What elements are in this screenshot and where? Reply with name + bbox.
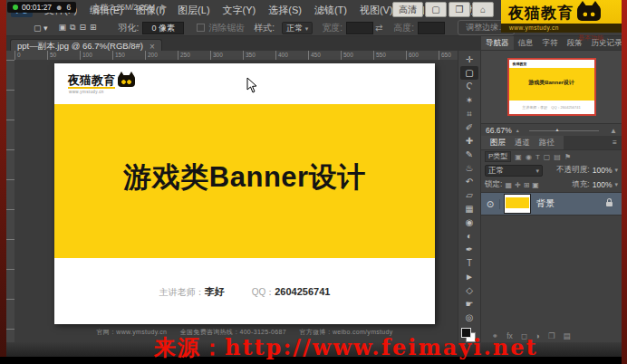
- panel-tab[interactable]: 通道: [510, 136, 535, 149]
- thumb-footer: 主讲老师：李好 QQ：2604256741: [509, 105, 594, 110]
- panel-tab[interactable]: 图层: [486, 136, 510, 149]
- zoom-in-mountain-icon[interactable]: ▲: [610, 127, 617, 135]
- ruler-tick: 50: [47, 51, 80, 60]
- navigator-footer: 66.67% ▲ ▲ ▲: [481, 123, 622, 137]
- selection-mode-icon[interactable]: ⊟: [79, 23, 86, 33]
- status-arrow-icon[interactable]: ▶: [161, 3, 167, 11]
- cat-icon: [577, 5, 601, 21]
- layer-name[interactable]: 背景: [536, 197, 606, 210]
- filter-icon[interactable]: ▢: [544, 153, 551, 161]
- ruler-tick: 300: [210, 51, 243, 60]
- tool-button[interactable]: ✐: [460, 120, 478, 134]
- tool-button[interactable]: ✎: [460, 148, 478, 161]
- selection-mode-icon[interactable]: ▣: [59, 23, 67, 33]
- lock-icon[interactable]: ✛: [515, 181, 521, 189]
- select-icon[interactable]: ▢: [425, 2, 447, 17]
- menu-item[interactable]: 选择(S): [262, 0, 308, 20]
- zoom-slider[interactable]: ▲: [524, 126, 606, 135]
- swap-dimensions-icon[interactable]: ⇄: [375, 23, 382, 33]
- viewer-person-icon: ☻: [55, 4, 63, 12]
- panel-tab[interactable]: 导航器: [481, 36, 514, 50]
- tools-panel: ✛▢Ϛ✶⌗✐✚✎♨↶▱▦◉◐✒T►◇☛◎: [458, 51, 481, 342]
- mouse-cursor: [246, 77, 257, 97]
- tool-button[interactable]: ▢: [460, 66, 478, 80]
- tool-button[interactable]: ▱: [460, 188, 478, 202]
- tool-button[interactable]: ✶: [460, 93, 478, 107]
- layers-panel: 图层通道路径 ≡ Ρ类型 ▣◉T▢▤⚑ 正常▾ 不透明度: 100% ▾ 锁定:…: [481, 136, 622, 342]
- filter-icon[interactable]: ▣: [515, 153, 522, 161]
- panel-tab[interactable]: 路径: [535, 136, 559, 149]
- style-select[interactable]: 正常 ▾: [282, 22, 313, 34]
- filter-icon[interactable]: ◉: [526, 153, 532, 161]
- tool-button[interactable]: ✛: [460, 53, 478, 66]
- ruler-tick: 0: [14, 51, 47, 60]
- zoom-level[interactable]: 66.67%: [486, 126, 512, 135]
- qq-label: QQ：: [252, 287, 275, 297]
- panel-tab[interactable]: 信息: [514, 36, 538, 50]
- blend-row: 正常▾ 不透明度: 100% ▾: [481, 163, 622, 177]
- brand-name: 夜猫教育: [508, 3, 574, 24]
- width-label: 宽度:: [322, 22, 342, 34]
- fill-value[interactable]: 100%: [593, 180, 613, 189]
- selection-mode-icon[interactable]: ⧉: [70, 23, 75, 33]
- tool-button[interactable]: ◐: [460, 229, 478, 243]
- ruler-tick: 150: [112, 51, 145, 60]
- tool-button[interactable]: Ϛ: [460, 80, 478, 93]
- filter-icon[interactable]: T: [535, 153, 540, 161]
- document-size-info: 文档:2.25M/2.25M: [92, 3, 155, 14]
- layers-action-icon[interactable]: ❐: [548, 331, 555, 340]
- layer-thumbnail[interactable]: [505, 195, 530, 213]
- menu-item[interactable]: 图层(L): [171, 0, 216, 20]
- zoom-slider-knob[interactable]: ▲: [555, 127, 559, 132]
- document-canvas[interactable]: 夜猫教育 www.ymstudy.cn 游戏类Banner设计 主讲老师：李好Q…: [54, 63, 435, 324]
- tool-button[interactable]: ↶: [460, 175, 478, 188]
- tool-button[interactable]: ✚: [460, 134, 478, 148]
- visibility-eye-icon[interactable]: ⊙: [481, 199, 500, 209]
- panel-tab[interactable]: 字符: [538, 36, 563, 50]
- antialias-checkbox[interactable]: [197, 24, 205, 32]
- layer-row-background[interactable]: ⊙ 背景: [481, 192, 622, 216]
- tool-button[interactable]: ✒: [460, 243, 478, 256]
- layers-action-icon[interactable]: ▤: [564, 331, 571, 340]
- feather-input[interactable]: 0 像素: [142, 22, 184, 34]
- lock-icon[interactable]: ⊞: [524, 181, 530, 189]
- feather-label: 羽化:: [119, 22, 140, 34]
- tool-button[interactable]: ♨: [460, 161, 478, 175]
- hd-button[interactable]: 高清: [392, 2, 423, 17]
- lock-row: 锁定: ▦✛⊞▣ 填充: 100% ▾: [481, 177, 622, 192]
- lock-icon[interactable]: ▣: [532, 181, 539, 189]
- blend-mode-select[interactable]: 正常▾: [485, 165, 543, 177]
- tool-button[interactable]: ▦: [460, 202, 478, 216]
- ruler-tick: 500: [341, 51, 373, 60]
- panel-dock: 导航器信息字符段落历史记录 夜猫教育 游戏类Banner设计 主讲老师：李好 Q…: [481, 36, 622, 342]
- slide-title: 游戏类Banner设计: [54, 158, 435, 196]
- tool-preset-icon[interactable]: ▢ ▾: [34, 24, 48, 33]
- tool-button[interactable]: ◇: [460, 283, 478, 297]
- tool-button[interactable]: ☛: [460, 297, 478, 311]
- zoom-out-mountain-icon[interactable]: ▲: [516, 128, 520, 133]
- menu-item[interactable]: 文字(Y): [217, 0, 263, 20]
- filter-icon[interactable]: ▤: [554, 153, 561, 161]
- selection-mode-icon[interactable]: ⊞: [90, 23, 97, 33]
- tool-button[interactable]: T: [460, 256, 478, 270]
- tool-button[interactable]: ⌗: [460, 107, 478, 120]
- width-input[interactable]: [346, 22, 373, 34]
- opacity-value[interactable]: 100%: [593, 166, 613, 175]
- filter-type-select[interactable]: Ρ类型: [485, 151, 511, 162]
- height-input[interactable]: [418, 22, 445, 34]
- home-icon[interactable]: ⌂: [472, 2, 494, 17]
- lock-icon[interactable]: ▦: [505, 181, 512, 189]
- navigator-thumbnail[interactable]: 夜猫教育 游戏类Banner设计 主讲老师：李好 QQ：2604256741: [507, 58, 596, 116]
- fill-caret-icon[interactable]: ▾: [614, 181, 618, 188]
- tool-button[interactable]: ►: [460, 270, 478, 283]
- opacity-caret-icon[interactable]: ▾: [614, 167, 618, 174]
- tool-button[interactable]: ◉: [460, 216, 478, 229]
- panel-menu-icon[interactable]: ≡: [608, 136, 622, 149]
- tool-button[interactable]: ◎: [460, 311, 478, 324]
- filter-icon[interactable]: ⚑: [564, 153, 571, 161]
- menu-item[interactable]: 滤镜(T): [308, 0, 353, 20]
- navigator-panel: 导航器信息字符段落历史记录 夜猫教育 游戏类Banner设计 主讲老师：李好 Q…: [481, 36, 622, 136]
- window-icon[interactable]: ❐: [449, 2, 470, 17]
- height-label: 高度:: [393, 22, 414, 34]
- workspace-switcher[interactable]: 基本功能: [578, 34, 603, 43]
